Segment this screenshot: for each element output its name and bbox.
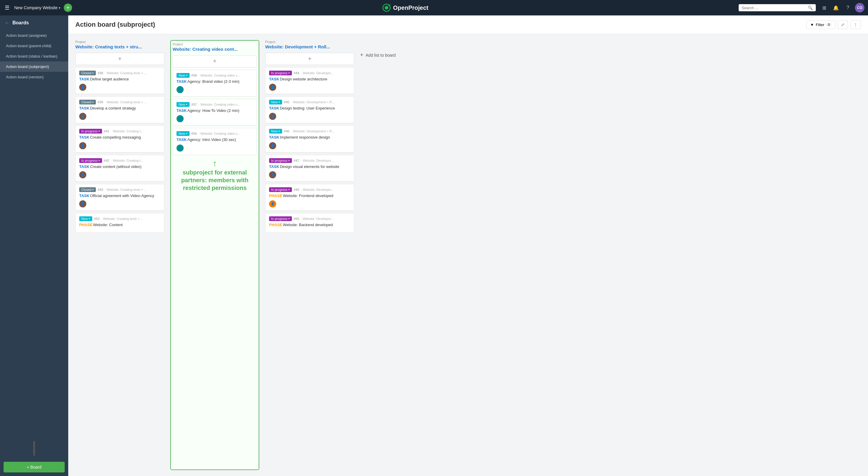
card-id: #39 (98, 100, 103, 104)
add-button[interactable]: + (64, 4, 72, 12)
status-badge[interactable]: In progress▾ (269, 216, 292, 221)
card-id: #56 (191, 132, 197, 135)
add-list-button[interactable]: + Add list to board (360, 52, 396, 58)
card-title: TASKDevelop a content strategy (79, 106, 160, 111)
table-row[interactable]: New▾ #45 · Website: Development + R... T… (265, 96, 354, 123)
card-meta: In progress▾ #49 · Website: Developm... (269, 187, 350, 192)
status-badge[interactable]: In progress▾ (269, 187, 292, 192)
card-meta: In progress▾ #41 · Website: Creating t..… (79, 129, 160, 133)
status-badge[interactable]: New▾ (79, 216, 92, 221)
sidebar-header: ← Boards (0, 16, 68, 28)
avatar: 👤 (177, 145, 184, 152)
card-id: #44 (294, 71, 299, 75)
card-id: #53 (94, 217, 99, 220)
card-project-ref: · Website: Creating video c... (198, 132, 240, 135)
table-row[interactable]: In progress▾ #42 · Website: Creating t..… (75, 155, 164, 182)
table-row[interactable]: New▾ #56 · Website: Creating video c... … (173, 128, 257, 155)
status-badge[interactable]: New▾ (177, 131, 190, 136)
board-area: Project Website: Creating texts + stru..… (68, 34, 868, 476)
sidebar-back-icon[interactable]: ← (5, 20, 9, 26)
table-row[interactable]: New▾ #53 · Website: Creating texts + ...… (75, 213, 164, 233)
card-title: TASKAgency: Brand video (2-3 min) (177, 79, 253, 84)
resize-handle[interactable] (33, 441, 35, 456)
table-row[interactable]: New▾ #57 · Website: Creating video c... … (173, 99, 257, 125)
card-project-ref: · Website: Creating texts + ... (101, 217, 143, 220)
table-row[interactable]: Closed▾ #43 · Website: Creating texts + … (75, 184, 164, 211)
status-badge[interactable]: Closed▾ (79, 187, 96, 192)
card-type-label: TASK (269, 106, 279, 110)
status-badge[interactable]: New▾ (177, 102, 190, 107)
status-badge[interactable]: New▾ (269, 100, 282, 105)
table-row[interactable]: In progress▾ #41 · Website: Creating t..… (75, 125, 164, 152)
status-badge[interactable]: New▾ (269, 129, 282, 133)
card-type-label: TASK (79, 194, 89, 198)
table-row[interactable]: New▾ #46 · Website: Development + R... T… (265, 125, 354, 152)
card-meta: New▾ #53 · Website: Creating texts + ... (79, 216, 160, 221)
more-options-button[interactable]: ⋮ (850, 20, 861, 29)
card-type-label: PHASE (79, 222, 93, 227)
main-content: Action board (subproject) ▼ Filter 0 ⤢ ⋮… (68, 16, 868, 476)
logo[interactable]: OpenProject (382, 4, 428, 12)
nav-center: OpenProject (75, 4, 735, 12)
status-badge[interactable]: In progress▾ (79, 158, 102, 163)
sidebar-item-assignee[interactable]: Action board (assignee) (0, 30, 68, 41)
sidebar-item-status-kanban[interactable]: Action board (status / kanban) (0, 51, 68, 61)
avatar[interactable]: CG (855, 3, 864, 12)
search-box[interactable]: 🔍 (739, 4, 816, 11)
app-layout: ← Boards Action board (assignee) Action … (0, 16, 868, 476)
card-title: TASKCreate compelling messaging (79, 135, 160, 140)
card-title: PHASEWebsite: Backend developed (269, 222, 350, 228)
grid-icon[interactable]: ⊞ (819, 3, 829, 12)
table-row[interactable]: In progress▾ #47 · Website: Developm... … (265, 155, 354, 182)
board-column-col3: Project Website: Development + Roll... +… (265, 40, 354, 470)
column-project-name[interactable]: Website: Creating video cont... (173, 47, 257, 52)
table-row[interactable]: In progress▾ #50 · Website: Developm... … (265, 213, 354, 233)
table-row[interactable]: In progress▾ #44 · Website: Developm... … (265, 67, 354, 94)
card-meta: In progress▾ #47 · Website: Developm... (269, 158, 350, 163)
status-badge[interactable]: In progress▾ (269, 158, 292, 163)
filter-label: Filter (816, 23, 825, 27)
card-type-label: TASK (79, 77, 89, 81)
add-card-button-col3[interactable]: + (265, 53, 354, 65)
annotation-arrow-icon: ↑ (213, 158, 217, 169)
card-id: #38 (98, 71, 103, 75)
table-row[interactable]: Closed▾ #39 · Website: Creating texts + … (75, 96, 164, 123)
notification-icon[interactable]: 🔔 (831, 3, 841, 12)
card-project-ref: · Website: Development + R... (291, 100, 334, 104)
card-id: #47 (294, 159, 299, 162)
column-project-name[interactable]: Website: Development + Roll... (265, 44, 354, 49)
sidebar-item-version[interactable]: Action board (version) (0, 72, 68, 82)
sidebar-item-parent-child[interactable]: Action board (parent-child) (0, 41, 68, 51)
board-title: Action board (subproject) (75, 21, 155, 29)
table-row[interactable]: New▾ #58 · Website: Creating video c... … (173, 70, 257, 96)
table-row[interactable]: In progress▾ #49 · Website: Developm... … (265, 184, 354, 211)
status-badge[interactable]: Closed▾ (79, 100, 96, 105)
avatar: 👤 (79, 200, 86, 207)
card-project-ref: · Website: Developm... (301, 71, 334, 75)
status-badge[interactable]: Closed▾ (79, 71, 96, 76)
avatar: 👤 (177, 86, 184, 93)
status-badge[interactable]: New▾ (177, 73, 190, 78)
card-meta: In progress▾ #50 · Website: Developm... (269, 216, 350, 221)
hamburger-icon[interactable]: ☰ (4, 3, 11, 12)
add-card-button-col2[interactable]: + (173, 55, 257, 67)
add-board-button[interactable]: + Board (4, 462, 65, 472)
help-icon[interactable]: ? (843, 3, 852, 12)
status-badge[interactable]: In progress▾ (79, 129, 102, 133)
card-project-ref: · Website: Developm... (301, 188, 334, 191)
table-row[interactable]: Closed▾ #38 · Website: Creating texts + … (75, 67, 164, 94)
card-meta: New▾ #45 · Website: Development + R... (269, 100, 350, 105)
add-card-button-col1[interactable]: + (75, 53, 164, 65)
column-project-label: Project (75, 40, 164, 43)
card-type-label: TASK (177, 79, 187, 84)
card-project-ref: · Website: Creating t... (111, 129, 143, 133)
card-title: TASKDesign visual elements for website (269, 164, 350, 170)
status-badge[interactable]: In progress▾ (269, 71, 292, 76)
search-input[interactable] (742, 6, 805, 10)
card-id: #58 (191, 73, 197, 77)
project-name-dropdown[interactable]: New Company Website ▾ (14, 5, 60, 10)
fullscreen-button[interactable]: ⤢ (838, 20, 848, 29)
column-project-name[interactable]: Website: Creating texts + stru... (75, 44, 164, 49)
filter-button[interactable]: ▼ Filter 0 (806, 21, 835, 29)
sidebar-item-subproject[interactable]: Action board (subproject) (0, 61, 68, 72)
